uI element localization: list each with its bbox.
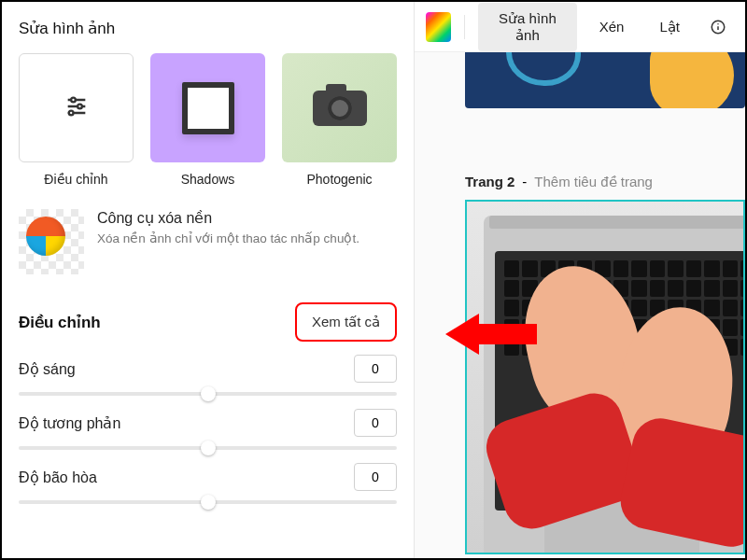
brightness-label: Độ sáng bbox=[19, 360, 76, 378]
contrast-input[interactable] bbox=[354, 409, 397, 437]
adjust-icon bbox=[19, 53, 134, 162]
selected-image-frame[interactable] bbox=[465, 200, 745, 554]
effect-label: Điều chỉnh bbox=[44, 172, 107, 187]
context-toolbar: Sửa hình ảnh Xén Lật bbox=[415, 2, 745, 52]
svg-point-1 bbox=[71, 97, 76, 102]
laptop-image bbox=[467, 202, 743, 553]
toolbar-divider bbox=[464, 15, 465, 39]
page-number: Trang 2 bbox=[465, 174, 514, 190]
svg-point-5 bbox=[68, 110, 73, 115]
adjust-section-header: Điều chỉnh Xem tất cả bbox=[19, 302, 397, 342]
contrast-control: Độ tương phản bbox=[19, 409, 397, 450]
effect-label: Photogenic bbox=[306, 172, 372, 187]
bg-remover-desc: Xóa nền ảnh chỉ với một thao tác nhấp ch… bbox=[97, 231, 359, 247]
svg-point-8 bbox=[717, 22, 719, 24]
see-all-button[interactable]: Xem tất cả bbox=[295, 302, 397, 342]
saturation-control: Độ bão hòa bbox=[19, 463, 397, 504]
bg-remover-icon bbox=[19, 209, 84, 274]
more-options-button[interactable] bbox=[702, 11, 734, 43]
color-swatch[interactable] bbox=[426, 12, 451, 42]
sidebar-title: Sửa hình ảnh bbox=[2, 2, 414, 53]
effect-shadows[interactable]: Shadows bbox=[150, 53, 265, 187]
svg-point-3 bbox=[78, 104, 82, 108]
annotation-arrow bbox=[445, 314, 537, 355]
page-title-placeholder[interactable]: Thêm tiêu đề trang bbox=[534, 174, 653, 190]
adjust-heading: Điều chỉnh bbox=[19, 313, 101, 332]
saturation-input[interactable] bbox=[354, 463, 397, 491]
bg-remover-title: Công cụ xóa nền bbox=[97, 209, 359, 227]
info-icon bbox=[710, 19, 726, 35]
page-1-preview[interactable] bbox=[465, 52, 745, 108]
brightness-slider[interactable] bbox=[19, 392, 397, 396]
canvas-pane: Sửa hình ảnh Xén Lật Trang 2 - Thêm tiêu… bbox=[415, 2, 745, 558]
edit-image-sidebar: Sửa hình ảnh Điều chỉnh Shadows Photogen… bbox=[2, 2, 415, 558]
flip-button[interactable]: Lật bbox=[646, 11, 693, 43]
contrast-label: Độ tương phản bbox=[19, 414, 120, 432]
saturation-slider[interactable] bbox=[19, 500, 397, 504]
effect-label: Shadows bbox=[181, 172, 235, 187]
saturation-label: Độ bão hòa bbox=[19, 469, 97, 486]
brightness-input[interactable] bbox=[354, 355, 397, 383]
contrast-slider[interactable] bbox=[19, 446, 397, 450]
edit-image-button[interactable]: Sửa hình ảnh bbox=[478, 3, 577, 51]
brightness-control: Độ sáng bbox=[19, 355, 397, 396]
background-remover-tool[interactable]: Công cụ xóa nền Xóa nền ảnh chỉ với một … bbox=[19, 209, 397, 274]
crop-button[interactable]: Xén bbox=[586, 11, 638, 42]
bg-remover-info: Công cụ xóa nền Xóa nền ảnh chỉ với một … bbox=[97, 209, 359, 247]
photogenic-thumb bbox=[282, 53, 397, 162]
effects-row: Điều chỉnh Shadows Photogenic bbox=[2, 53, 414, 187]
page-title-row[interactable]: Trang 2 - Thêm tiêu đề trang bbox=[465, 174, 745, 190]
canvas-area[interactable]: Trang 2 - Thêm tiêu đề trang bbox=[415, 52, 745, 558]
effect-adjust[interactable]: Điều chỉnh bbox=[19, 53, 134, 187]
shadows-thumb bbox=[150, 53, 265, 162]
effect-photogenic[interactable]: Photogenic bbox=[282, 53, 397, 187]
